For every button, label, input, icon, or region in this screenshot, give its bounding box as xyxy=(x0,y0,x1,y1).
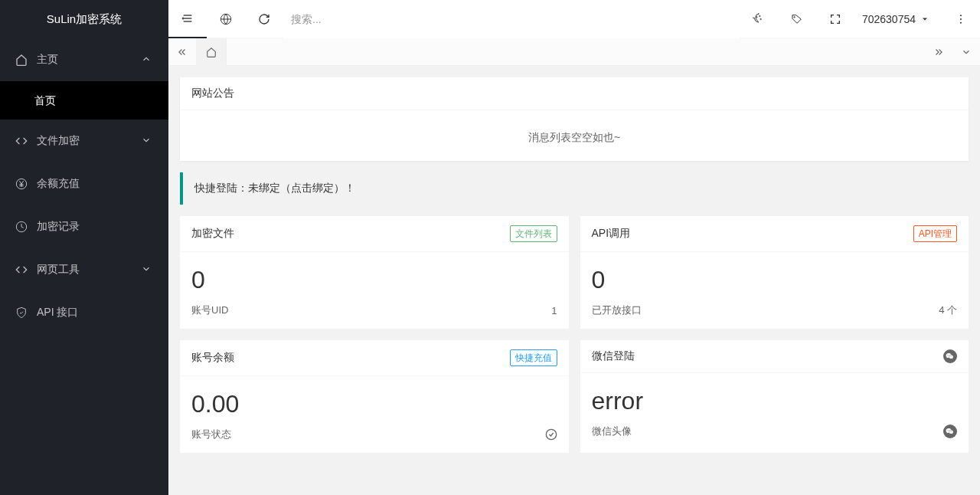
tabs-list xyxy=(196,38,925,66)
sidebar-item-file-encrypt[interactable]: 文件加密 xyxy=(0,120,168,162)
quick-recharge-badge[interactable]: 快捷充值 xyxy=(510,349,557,366)
yen-icon xyxy=(15,178,28,190)
svg-point-8 xyxy=(760,15,760,16)
code-icon xyxy=(15,135,28,147)
menu-toggle-button[interactable] xyxy=(168,0,207,38)
svg-point-9 xyxy=(760,18,761,19)
stats-grid: 加密文件 文件列表 0 账号UID 1 API调用 API管理 xyxy=(180,216,969,453)
alert-text: 快捷登陆：未绑定（点击绑定）！ xyxy=(194,182,355,194)
notice-empty-message: 消息列表空空如也~ xyxy=(191,122,957,149)
stat-foot-label: 账号UID xyxy=(191,303,228,317)
stat-foot-label: 微信头像 xyxy=(592,425,632,438)
file-list-badge[interactable]: 文件列表 xyxy=(510,225,557,242)
tabs-bar xyxy=(168,38,980,66)
stat-foot-label: 账号状态 xyxy=(191,428,231,441)
stat-foot-label: 已开放接口 xyxy=(592,303,642,317)
app-logo: SuLin加密系统 xyxy=(0,0,168,38)
sidebar-item-web-tools[interactable]: 网页工具 xyxy=(0,248,168,291)
sidebar-item-label: 主页 xyxy=(37,53,141,67)
stat-card-wechat-login: 微信登陆 error 微信头像 xyxy=(580,340,969,453)
svg-point-13 xyxy=(960,21,962,23)
sidebar: SuLin加密系统 主页 首页 文件加密 xyxy=(0,0,168,495)
home-icon xyxy=(15,54,28,66)
stat-card-encrypt-files: 加密文件 文件列表 0 账号UID 1 xyxy=(180,216,569,329)
caret-down-icon xyxy=(920,15,929,24)
stat-title: API调用 xyxy=(592,227,631,241)
tabs-next-button[interactable] xyxy=(925,38,952,66)
code-icon xyxy=(15,264,28,276)
check-circle-icon xyxy=(545,428,557,441)
tabs-prev-button[interactable] xyxy=(168,38,196,66)
chevron-down-icon xyxy=(141,264,153,276)
tabs-dropdown-button[interactable] xyxy=(952,38,980,66)
user-menu[interactable]: 702630754 xyxy=(854,13,942,25)
sidebar-item-api[interactable]: API 接口 xyxy=(0,291,168,334)
stat-value: 0 xyxy=(191,260,557,303)
home-icon xyxy=(206,47,217,57)
sidebar-subitem-index[interactable]: 首页 xyxy=(0,81,168,120)
wechat-icon xyxy=(943,425,957,438)
sidebar-item-label: 网页工具 xyxy=(37,263,141,277)
stat-foot-value: 1 xyxy=(551,305,557,316)
stat-foot-value: 4 个 xyxy=(939,303,957,317)
svg-point-7 xyxy=(756,16,757,17)
svg-point-11 xyxy=(960,15,962,16)
chevron-down-icon xyxy=(141,135,153,147)
svg-point-12 xyxy=(960,18,962,20)
stat-title: 账号余额 xyxy=(191,351,234,365)
clock-icon xyxy=(15,221,28,233)
sidebar-menu: 主页 首页 文件加密 余额充值 xyxy=(0,38,168,495)
tab-home[interactable] xyxy=(196,38,227,66)
sidebar-item-label: 文件加密 xyxy=(37,134,141,148)
stat-card-balance: 账号余额 快捷充值 0.00 账号状态 xyxy=(180,340,569,453)
theme-icon[interactable] xyxy=(740,0,778,38)
sidebar-item-recharge[interactable]: 余额充值 xyxy=(0,162,168,205)
stat-title: 加密文件 xyxy=(191,227,234,241)
header: 702630754 xyxy=(168,0,980,38)
more-button[interactable] xyxy=(942,0,980,38)
search-input[interactable] xyxy=(283,0,740,38)
user-id: 702630754 xyxy=(862,13,916,25)
globe-icon[interactable] xyxy=(207,0,245,38)
notice-card: 网站公告 消息列表空空如也~ xyxy=(180,77,969,161)
stat-card-api-calls: API调用 API管理 0 已开放接口 4 个 xyxy=(580,216,969,329)
wechat-icon[interactable] xyxy=(943,349,957,363)
refresh-button[interactable] xyxy=(245,0,283,38)
sidebar-item-records[interactable]: 加密记录 xyxy=(0,205,168,248)
stat-value: 0.00 xyxy=(191,384,557,428)
shield-icon xyxy=(15,307,28,319)
sidebar-item-label: 余额充值 xyxy=(37,177,153,191)
chevron-up-icon xyxy=(141,54,153,66)
svg-point-14 xyxy=(546,429,556,439)
main: 702630754 xyxy=(168,0,980,495)
stat-value: error xyxy=(592,381,958,425)
stat-title: 微信登陆 xyxy=(592,349,635,363)
fullscreen-button[interactable] xyxy=(816,0,854,38)
stat-value: 0 xyxy=(592,260,958,303)
content: 网站公告 消息列表空空如也~ 快捷登陆：未绑定（点击绑定）！ 加密文件 文件列表… xyxy=(168,66,980,495)
sidebar-item-label: 加密记录 xyxy=(37,220,153,234)
sidebar-item-label: API 接口 xyxy=(37,306,153,320)
tag-icon[interactable] xyxy=(778,0,816,38)
notice-title: 网站公告 xyxy=(191,87,234,100)
sidebar-item-home[interactable]: 主页 xyxy=(0,38,168,81)
quick-login-alert[interactable]: 快捷登陆：未绑定（点击绑定）！ xyxy=(180,172,969,205)
api-manage-badge[interactable]: API管理 xyxy=(913,225,957,242)
svg-point-10 xyxy=(794,16,795,17)
